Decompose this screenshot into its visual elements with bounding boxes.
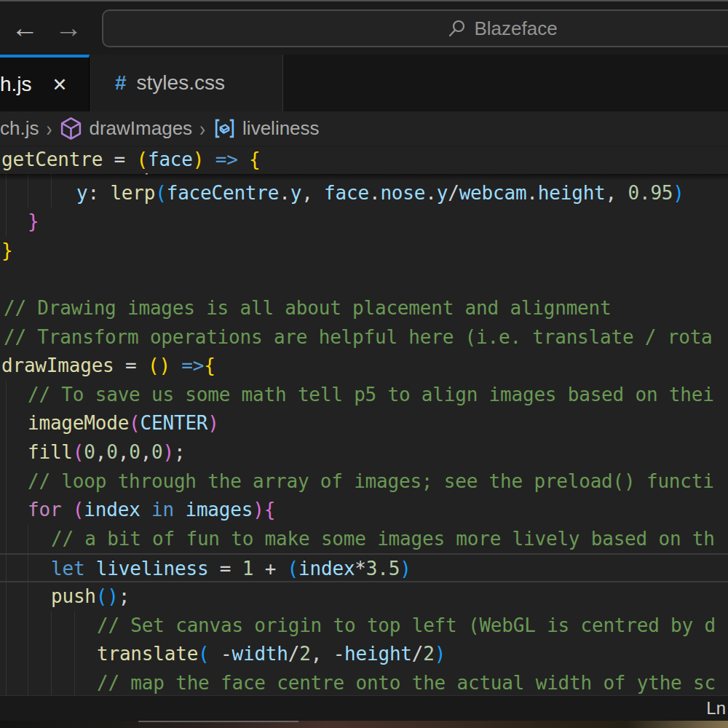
code-token: getCentre [1,149,103,170]
breadcrumb-label: liveliness [242,117,320,140]
code-token: 0 [151,441,162,463]
code-token: , [606,182,628,204]
code-line[interactable]: // Set canvas origin to top left (WebGL … [0,612,728,641]
code-line[interactable]: fill(0,0,0,0); [0,438,728,467]
code-line[interactable]: for (index in images){ [0,496,728,525]
symbol-variable-icon [213,116,237,141]
indent-guide [28,582,28,612]
code-token: ( [155,182,166,204]
code-line[interactable]: push(); [0,582,728,612]
cursor-position-indicator[interactable]: Ln [706,698,726,719]
breadcrumb: ch.js › drawImages › liveliness [0,111,728,146]
indent-guide [51,640,52,669]
code-line[interactable]: drawImages = () =>{ [0,352,728,381]
code-token: , [95,441,106,463]
code-token: . [425,182,436,204]
indent-guide [74,669,75,695]
code-token: } [28,210,39,232]
tab-label: styles.css [137,71,225,95]
code-line[interactable]: y: lerp(faceCentre.y, face.nose.y/webcam… [0,179,728,208]
code-token: { [264,499,275,521]
indent-guide [6,409,7,438]
code-line[interactable]: // loop through the array of images; see… [0,467,728,496]
code-token: { [204,355,215,376]
code-token: { [249,149,260,170]
code-token: faceCentre [167,182,280,204]
code-line[interactable]: let liveliness = 1 + (index*3.5) [0,553,728,582]
code-line[interactable]: // map the face centre onto the actual w… [0,669,728,695]
chevron-right-icon: › [199,116,205,141]
command-center-search[interactable]: Blazeface [102,9,728,47]
code-token: ) [163,441,174,463]
code-token: liveliness [96,558,209,579]
code-token: - [333,643,344,665]
close-icon[interactable]: ✕ [52,74,68,95]
code-token: ) [253,499,264,521]
indent-guide [6,207,7,237]
code-line[interactable]: imageMode(CENTER) [0,409,728,438]
code-token: drawImages [1,355,114,376]
indent-guide [51,669,52,695]
code-token [170,355,181,376]
indent-guide [28,525,28,554]
breadcrumb-item-drawimages[interactable]: drawImages [59,116,192,141]
code-token: ( [288,558,298,579]
code-token: , [311,643,333,665]
indent-guide [51,179,52,208]
code-line[interactable]: } [0,237,728,266]
indent-guide [28,555,28,581]
status-bar: Ln [0,695,728,721]
indent-guide [6,381,7,410]
code-line[interactable] [0,265,728,294]
indent-guide [6,525,7,554]
code-token: webcam [459,182,527,204]
tab-styles-css[interactable]: # styles.css [90,55,283,111]
code-token: // loop through the array of images; see… [28,470,714,492]
code-token: let [51,558,84,579]
code-token: in [151,499,174,521]
indent-guide [6,496,7,525]
sticky-scroll-header[interactable]: getCentre = (face) => { [0,146,728,173]
search-icon [447,19,467,39]
code-token: ) [193,149,204,170]
indent-guide [51,612,52,641]
code-token: / [288,643,299,665]
breadcrumb-item-liveliness[interactable]: liveliness [213,116,320,141]
code-line[interactable]: // To save us some math tell p5 to align… [0,381,728,410]
code-editor[interactable]: x: lerp(faceCentre.x, face.nose.x/webcam… [0,146,728,695]
symbol-method-icon [59,116,83,141]
code-token: for [28,499,61,521]
code-token: ( [73,499,84,521]
breadcrumb-item-file[interactable]: ch.js [0,117,39,140]
code-token: ( [73,441,84,463]
code-token: images [185,499,253,521]
code-token: 1 [242,558,253,579]
code-token: , [141,441,151,463]
code-token: face [148,149,193,170]
code-token: 3.5 [366,558,400,579]
code-line[interactable]: translate( -width/2, -height/2) [0,640,728,669]
indent-guide [74,640,75,669]
code-token: 2 [299,643,310,665]
tab-sketch-js[interactable]: h.js ✕ [0,55,90,111]
code-token: face [324,182,369,204]
code-token: // Set canvas origin to top left (WebGL … [97,614,716,636]
back-arrow-icon[interactable]: ← [10,12,39,44]
code-line[interactable]: // a bit of fun to make some images more… [0,525,728,554]
code-token: translate [97,643,198,665]
code-token: index [298,558,355,579]
indent-guide [6,438,7,467]
code-token: ) [673,182,684,204]
code-token: } [1,240,12,261]
code-line[interactable]: // Drawing images is all about placement… [0,294,728,323]
indent-guide [6,582,7,612]
code-line[interactable]: } [0,207,728,237]
code-token: , [301,182,324,204]
code-token: => [181,355,204,376]
code-token: ( [198,643,209,665]
forward-arrow-icon[interactable]: → [54,12,83,44]
code-token: width [232,643,288,665]
code-line[interactable]: // Transform operations are helpful here… [0,323,728,352]
code-line[interactable]: getCentre = (face) => { [0,146,728,173]
code-token: // Transform operations are helpful here… [4,326,713,348]
